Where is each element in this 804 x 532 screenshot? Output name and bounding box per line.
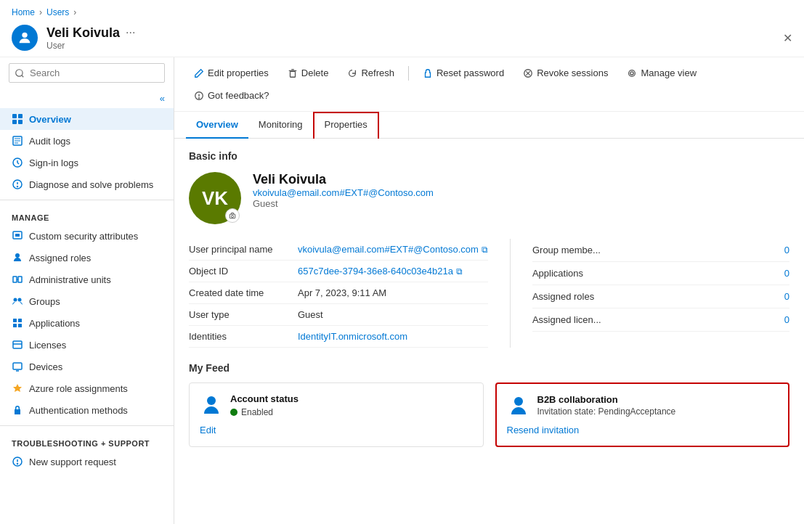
copy-upn-icon[interactable]: ⧉ xyxy=(482,245,488,255)
stat-applications-value[interactable]: 0 xyxy=(784,268,789,279)
field-identities-label: Identities xyxy=(189,331,298,342)
svg-rect-16 xyxy=(13,277,17,282)
avatar xyxy=(12,25,38,51)
sidebar-collapse[interactable]: « xyxy=(0,89,174,108)
delete-label: Delete xyxy=(301,67,329,78)
sidebar-item-applications[interactable]: Applications xyxy=(0,312,174,334)
svg-point-39 xyxy=(630,71,633,74)
close-button[interactable]: ✕ xyxy=(783,31,792,45)
sidebar-item-devices[interactable]: Devices xyxy=(0,356,174,377)
svg-rect-24 xyxy=(18,324,22,327)
edit-properties-button[interactable]: Edit properties xyxy=(186,63,277,83)
sidebar-label-devices: Devices xyxy=(29,361,62,372)
stat-group-members-value[interactable]: 0 xyxy=(784,245,789,255)
stat-assigned-roles: Assigned roles 0 xyxy=(532,285,789,308)
user-type-large: Guest xyxy=(253,198,434,209)
stat-assigned-licenses-value[interactable]: 0 xyxy=(784,314,789,325)
sidebar-item-azure-role[interactable]: Azure role assignments xyxy=(0,377,174,399)
sidebar-label-diagnose: Diagnose and solve problems xyxy=(29,179,153,190)
resend-invitation-link[interactable]: Resend invitation xyxy=(507,425,580,435)
field-user-type-label: User type xyxy=(189,309,298,320)
field-upn: User principal name vkoivula@email.com#E… xyxy=(189,239,488,261)
breadcrumb-sep2: › xyxy=(73,7,76,17)
sidebar-item-new-support[interactable]: New support request xyxy=(0,451,174,472)
field-upn-label: User principal name xyxy=(189,244,298,255)
edit-label: Edit properties xyxy=(208,67,269,78)
user-name-header: Veli Koivula xyxy=(46,25,120,41)
more-options-button[interactable]: ··· xyxy=(126,26,135,39)
field-identities: Identities IdentityIT.onmicrosoft.com xyxy=(189,326,488,348)
field-object-id: Object ID 657c7dee-3794-36e8-640c03e4b21… xyxy=(189,261,488,282)
sidebar-label-auth-methods: Authentication methods xyxy=(29,405,128,416)
sidebar-item-admin-units[interactable]: Administrative units xyxy=(0,269,174,290)
manage-view-button[interactable]: Manage view xyxy=(619,63,704,83)
sidebar-label-overview: Overview xyxy=(29,114,71,125)
field-object-id-value: 657c7dee-3794-36e8-640c03e4b21a xyxy=(298,266,453,277)
svg-rect-33 xyxy=(290,71,295,77)
troubleshooting-section-label: Troubleshooting + Support xyxy=(0,430,174,451)
manage-view-label: Manage view xyxy=(641,67,697,78)
sidebar-item-assigned-roles[interactable]: Assigned roles xyxy=(0,247,174,269)
svg-rect-25 xyxy=(13,341,22,348)
feedback-button[interactable]: Got feedback? xyxy=(186,86,277,105)
breadcrumb-sep1: › xyxy=(39,7,42,17)
sidebar-label-sign-in-logs: Sign-in logs xyxy=(29,157,78,168)
breadcrumb: Home › Users › xyxy=(0,0,804,22)
delete-button[interactable]: Delete xyxy=(280,63,337,83)
svg-point-45 xyxy=(207,396,216,405)
svg-rect-3 xyxy=(12,120,17,124)
tab-monitoring[interactable]: Monitoring xyxy=(248,112,313,139)
svg-rect-23 xyxy=(13,324,17,327)
revoke-sessions-button[interactable]: Revoke sessions xyxy=(515,63,616,83)
breadcrumb-users[interactable]: Users xyxy=(46,7,69,17)
camera-icon[interactable] xyxy=(225,208,240,223)
sidebar-label-custom-security: Custom security attributes xyxy=(29,231,138,242)
field-created-date-value: Apr 7, 2023, 9:11 AM xyxy=(298,287,386,298)
breadcrumb-home[interactable]: Home xyxy=(12,7,35,17)
account-status-icon xyxy=(200,393,223,417)
sidebar-item-overview[interactable]: Overview xyxy=(0,108,174,130)
feedback-label: Got feedback? xyxy=(208,90,269,101)
sidebar-item-sign-in-logs[interactable]: Sign-in logs xyxy=(0,152,174,173)
b2b-collab-icon xyxy=(507,394,530,417)
stat-assigned-roles-label: Assigned roles xyxy=(532,291,594,302)
svg-rect-14 xyxy=(15,234,20,237)
manage-section-label: Manage xyxy=(0,205,174,225)
field-identities-value[interactable]: IdentityIT.onmicrosoft.com xyxy=(298,331,407,342)
tab-overview[interactable]: Overview xyxy=(186,112,248,139)
svg-marker-29 xyxy=(13,384,22,392)
sidebar-item-audit-logs[interactable]: Audit logs xyxy=(0,130,174,152)
toolbar-separator-1 xyxy=(408,66,409,81)
account-status-title: Account status xyxy=(230,393,299,404)
b2b-collab-title: B2B collaboration xyxy=(537,394,676,405)
refresh-label: Refresh xyxy=(361,67,394,78)
stat-assigned-roles-value[interactable]: 0 xyxy=(784,291,789,302)
user-role-header: User xyxy=(46,41,774,51)
field-upn-value: vkoivula@email.com#EXT#@Contoso.com xyxy=(298,244,479,255)
sidebar-item-custom-security[interactable]: Custom security attributes xyxy=(0,225,174,247)
svg-point-46 xyxy=(514,397,523,406)
tab-properties[interactable]: Properties xyxy=(313,112,379,139)
svg-point-20 xyxy=(18,298,22,302)
basic-info-title: Basic info xyxy=(189,150,789,162)
stat-assigned-licenses: Assigned licen... 0 xyxy=(532,308,789,332)
svg-point-19 xyxy=(14,298,17,302)
refresh-button[interactable]: Refresh xyxy=(339,63,402,83)
search-input[interactable] xyxy=(9,63,165,83)
sidebar-item-diagnose[interactable]: Diagnose and solve problems xyxy=(0,173,174,195)
sidebar-label-assigned-roles: Assigned roles xyxy=(29,253,91,263)
copy-object-id-icon[interactable]: ⧉ xyxy=(456,266,463,277)
stat-group-members: Group membe... 0 xyxy=(532,239,789,262)
sidebar-item-auth-methods[interactable]: Authentication methods xyxy=(0,399,174,421)
sidebar-label-new-support: New support request xyxy=(29,457,116,467)
user-avatar-large: VK xyxy=(189,172,241,224)
reset-password-button[interactable]: Reset password xyxy=(415,63,512,83)
sidebar-item-licenses[interactable]: Licenses xyxy=(0,334,174,356)
account-status-edit-link[interactable]: Edit xyxy=(200,425,216,435)
account-status-status: Enabled xyxy=(230,407,299,417)
sidebar-item-groups[interactable]: Groups xyxy=(0,290,174,312)
sidebar-label-groups: Groups xyxy=(29,296,60,307)
account-status-card: Account status Enabled Edit xyxy=(189,382,484,447)
stat-assigned-licenses-label: Assigned licen... xyxy=(532,314,601,325)
svg-point-32 xyxy=(17,464,18,465)
